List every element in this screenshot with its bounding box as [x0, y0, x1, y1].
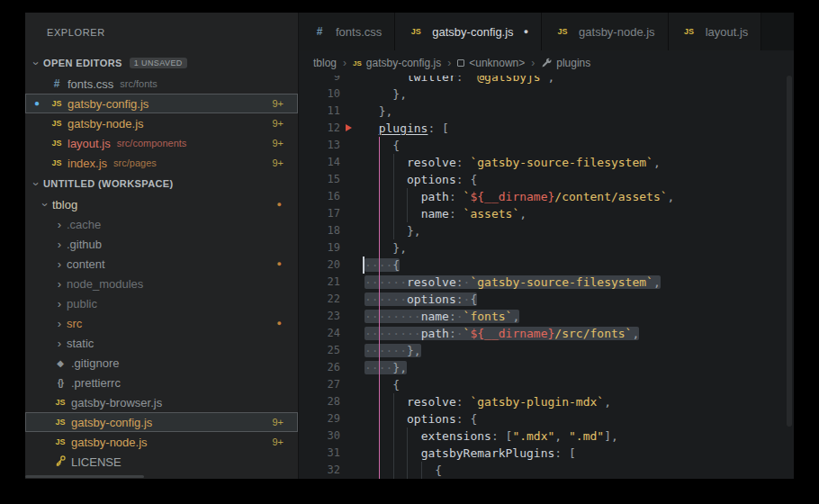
problems-badge: 9+ [272, 138, 284, 148]
tree-item-node_modules[interactable]: ›node_modules [25, 274, 298, 293]
tree-item-content[interactable]: ›content● [25, 254, 298, 274]
tree-item-.gitignore[interactable]: ◆.gitignore [25, 353, 298, 373]
tab-layout.js[interactable]: JSlayout.js [669, 13, 762, 50]
code-line-22[interactable]: 22······options:·{ [299, 291, 794, 308]
breadcrumb-separator-icon: › [447, 57, 451, 69]
file-tree: ›tblog●›.cache›.github›content●›node_mod… [25, 194, 298, 472]
item-name: gatsby-browser.js [71, 396, 162, 410]
line-number: 16 [299, 188, 340, 205]
tree-item-.prettierrc[interactable]: {}.prettierrc [25, 373, 298, 392]
chevron-right-icon: › [52, 317, 67, 330]
json-file-icon: {} [52, 378, 68, 388]
code-line-27[interactable]: 27 { [299, 376, 794, 393]
problems-badge: 9+ [272, 417, 284, 428]
line-text: }, [364, 103, 392, 120]
code-line-24[interactable]: 24········path:·`${__dirname}/src/fonts`… [299, 325, 794, 342]
js-file-icon: JS [353, 59, 362, 68]
chevron-right-icon: › [52, 257, 67, 271]
tree-item-LICENSE[interactable]: LICENSE [25, 452, 298, 472]
license-key-icon [52, 454, 68, 469]
unsaved-count-badge: 1 UNSAVED [130, 58, 187, 68]
code-line-9[interactable]: 9 twitter: `@gatsbyjs`, [299, 76, 794, 86]
breadcrumb-item-gatsby-config.js[interactable]: JSgatsby-config.js [353, 57, 441, 69]
line-text: ······options:·{ [364, 291, 477, 308]
open-editor-gatsby-config.js[interactable]: ●JSgatsby-config.js9+ [25, 94, 298, 113]
tab-gatsby-config.js[interactable]: JSgatsby-config.js● [395, 13, 542, 50]
explorer-sidebar: EXPLORER › OPEN EDITORS 1 UNSAVED #fonts… [25, 13, 299, 479]
unsaved-dot-icon: ● [524, 27, 528, 36]
line-number: 23 [299, 308, 340, 325]
js-file-icon: JS [49, 119, 65, 128]
breadcrumb-item-plugins[interactable]: plugins [541, 57, 590, 69]
tree-item-gatsby-browser.js[interactable]: JSgatsby-browser.js [25, 392, 298, 412]
breadcrumb-item-tblog[interactable]: tblog [313, 57, 337, 69]
breadcrumb-label: tblog [313, 57, 337, 69]
code-line-18[interactable]: 18 }, [299, 222, 794, 239]
file-path-description: src/components [117, 138, 187, 148]
line-text: resolve: `gatsby-source-filesystem`, [364, 154, 661, 171]
line-text: ····}, [364, 359, 407, 376]
tree-item-public[interactable]: ›public [25, 293, 298, 313]
selection-highlight: ····{ [364, 258, 400, 272]
code-line-23[interactable]: 23········name:·`fonts`, [299, 308, 794, 325]
open-editor-layout.js[interactable]: JSlayout.jssrc/components9+ [25, 133, 298, 153]
code-line-20[interactable]: 20····{ [299, 256, 794, 274]
js-file-icon: JS [52, 418, 68, 427]
line-number: 9 [299, 76, 340, 86]
selection-highlight: ········name:·`fonts`, [364, 310, 519, 323]
code-line-10[interactable]: 10 }, [299, 86, 794, 103]
code-line-15[interactable]: 15 options: { [299, 171, 794, 188]
code-line-12[interactable]: 12 plugins: [ [299, 120, 794, 137]
code-line-25[interactable]: 25······}, [299, 342, 794, 359]
tree-item-tblog[interactable]: ›tblog● [25, 194, 298, 214]
tree-item-.github[interactable]: ›.github [25, 234, 298, 254]
code-line-31[interactable]: 31 gatsbyRemarkPlugins: [ [299, 445, 794, 462]
chevron-right-icon: › [52, 218, 67, 231]
code-line-30[interactable]: 30 extensions: [".mdx", ".md"], [299, 428, 794, 445]
line-number: 13 [299, 137, 340, 154]
code-line-19[interactable]: 19 }, [299, 239, 794, 256]
tree-item-static[interactable]: ›static [25, 333, 298, 353]
file-name: layout.js [68, 137, 111, 150]
code-line-29[interactable]: 29 options: { [299, 410, 794, 428]
code-line-16[interactable]: 16 path: `${__dirname}/content/assets`, [299, 188, 794, 205]
line-number: 28 [299, 393, 340, 410]
workspace-header[interactable]: › UNTITLED (WORKSPACE) [25, 173, 298, 194]
problems-badge: 9+ [272, 98, 284, 109]
chevron-down-icon: › [29, 57, 43, 70]
tree-item-.cache[interactable]: ›.cache [25, 214, 298, 234]
code-line-13[interactable]: 13 { [299, 137, 794, 154]
code-line-17[interactable]: 17 name: `assets`, [299, 205, 794, 222]
open-editors-label: OPEN EDITORS [43, 58, 122, 68]
tree-item-gatsby-node.js[interactable]: JSgatsby-node.js9+ [25, 432, 298, 452]
code-line-32[interactable]: 32 { [299, 462, 794, 479]
tree-item-src[interactable]: ›src● [25, 313, 298, 333]
selection-highlight: ····}, [364, 361, 407, 374]
tab-fonts.css[interactable]: #fonts.css [299, 13, 395, 50]
line-text: { [364, 137, 400, 154]
open-editors-header[interactable]: › OPEN EDITORS 1 UNSAVED [25, 52, 298, 74]
line-text: ········path:·`${__dirname}/src/fonts`, [364, 325, 639, 342]
code-line-11[interactable]: 11 }, [299, 103, 794, 120]
chevron-right-icon: › [52, 238, 67, 251]
selection-highlight: ······options:·{ [364, 292, 477, 306]
tree-item-gatsby-config.js[interactable]: JSgatsby-config.js9+ [25, 412, 298, 432]
code-line-28[interactable]: 28 resolve: `gatsby-plugin-mdx`, [299, 393, 794, 410]
editor-vertical-scrollbar[interactable] [785, 76, 794, 479]
open-editor-index.js[interactable]: JSindex.jssrc/pages9+ [25, 153, 298, 173]
line-text: ······resolve:·`gatsby-source-filesystem… [364, 274, 661, 291]
breadcrumb-item-unknown[interactable]: <unknown> [457, 57, 525, 69]
code-line-21[interactable]: 21······resolve:·`gatsby-source-filesyst… [299, 274, 794, 291]
workspace-label: UNTITLED (WORKSPACE) [43, 178, 174, 189]
line-text: resolve: `gatsby-plugin-mdx`, [364, 393, 611, 410]
item-name: content [67, 257, 105, 271]
open-editor-fonts.css[interactable]: #fonts.csssrc/fonts [25, 74, 298, 94]
line-number: 20 [299, 256, 340, 274]
code-line-14[interactable]: 14 resolve: `gatsby-source-filesystem`, [299, 154, 794, 171]
code-line-26[interactable]: 26····}, [299, 359, 794, 376]
open-editor-gatsby-node.js[interactable]: JSgatsby-node.js9+ [25, 113, 298, 133]
tab-gatsby-node.js[interactable]: JSgatsby-node.js [542, 13, 669, 50]
sidebar-horizontal-scrollbar[interactable] [25, 475, 144, 478]
code-editor[interactable]: 9 twitter: `@gatsbyjs`,10 },11 },12 plug… [299, 76, 794, 479]
scrollbar-thumb[interactable] [787, 76, 792, 427]
